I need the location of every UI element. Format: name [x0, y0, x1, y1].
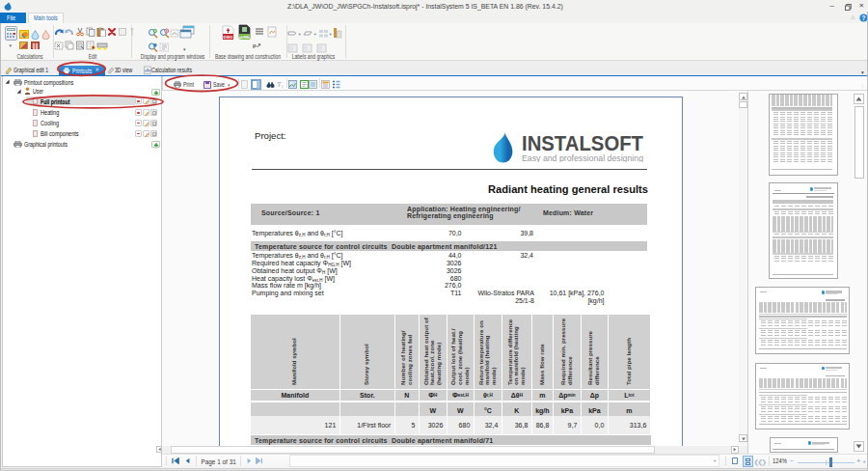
- svg-text:INSTALSOFT: INSTALSOFT: [522, 133, 643, 155]
- svg-text:Easy and professional designin: Easy and professional designing: [522, 154, 643, 163]
- svg-text:DWG: DWG: [224, 35, 233, 40]
- svg-text:gbXML: gbXML: [239, 36, 251, 40]
- svg-text:?: ?: [862, 14, 866, 21]
- svg-text:Radiant heating general result: Radiant heating general results: [488, 183, 648, 195]
